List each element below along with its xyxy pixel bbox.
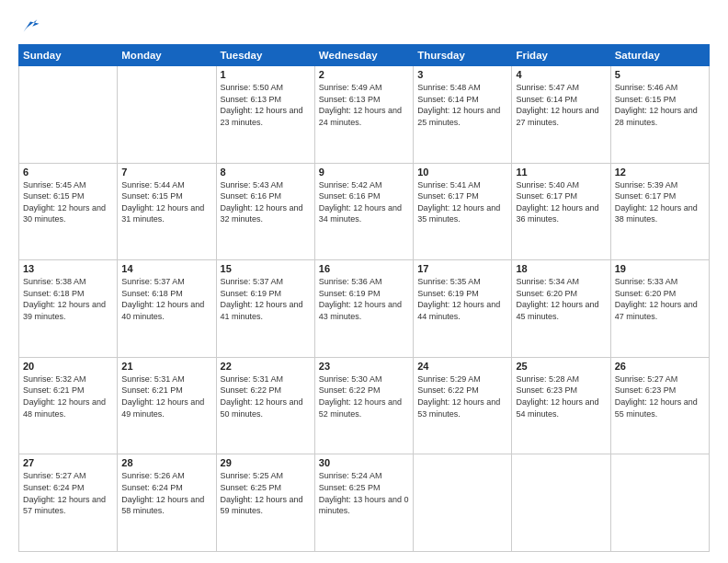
day-number: 8 — [221, 167, 311, 178]
day-info: Sunrise: 5:27 AM Sunset: 6:24 PM Dayligh… — [23, 470, 113, 516]
day-cell: 18Sunrise: 5:34 AM Sunset: 6:20 PM Dayli… — [512, 260, 610, 358]
day-number: 4 — [516, 69, 606, 80]
day-info: Sunrise: 5:49 AM Sunset: 6:13 PM Dayligh… — [319, 82, 409, 128]
day-info: Sunrise: 5:31 AM Sunset: 6:22 PM Dayligh… — [221, 373, 311, 419]
day-info: Sunrise: 5:26 AM Sunset: 6:24 PM Dayligh… — [121, 470, 211, 516]
day-number: 5 — [615, 69, 705, 80]
header — [18, 17, 710, 37]
day-info: Sunrise: 5:38 AM Sunset: 6:18 PM Dayligh… — [23, 276, 113, 322]
day-info: Sunrise: 5:28 AM Sunset: 6:23 PM Dayligh… — [516, 373, 606, 419]
week-row-4: 20Sunrise: 5:32 AM Sunset: 6:21 PM Dayli… — [19, 357, 710, 454]
day-info: Sunrise: 5:37 AM Sunset: 6:18 PM Dayligh… — [121, 276, 211, 322]
day-info: Sunrise: 5:27 AM Sunset: 6:23 PM Dayligh… — [615, 373, 705, 419]
calendar-table: SundayMondayTuesdayWednesdayThursdayFrid… — [18, 44, 710, 552]
day-cell: 16Sunrise: 5:36 AM Sunset: 6:19 PM Dayli… — [314, 260, 413, 358]
col-header-saturday: Saturday — [610, 45, 709, 66]
day-cell: 25Sunrise: 5:28 AM Sunset: 6:23 PM Dayli… — [512, 357, 610, 454]
col-header-wednesday: Wednesday — [314, 45, 413, 66]
week-row-2: 6Sunrise: 5:45 AM Sunset: 6:15 PM Daylig… — [19, 163, 710, 260]
day-info: Sunrise: 5:46 AM Sunset: 6:15 PM Dayligh… — [615, 82, 705, 128]
day-cell: 14Sunrise: 5:37 AM Sunset: 6:18 PM Dayli… — [118, 260, 216, 358]
day-number: 21 — [121, 361, 211, 372]
day-number: 24 — [417, 361, 507, 372]
day-cell: 22Sunrise: 5:31 AM Sunset: 6:22 PM Dayli… — [216, 357, 314, 454]
day-cell: 20Sunrise: 5:32 AM Sunset: 6:21 PM Dayli… — [19, 357, 118, 454]
day-number: 25 — [516, 361, 606, 372]
day-cell: 29Sunrise: 5:25 AM Sunset: 6:25 PM Dayli… — [216, 454, 314, 552]
day-cell: 1Sunrise: 5:50 AM Sunset: 6:13 PM Daylig… — [216, 66, 314, 164]
day-number: 14 — [121, 263, 211, 274]
day-number: 1 — [221, 69, 311, 80]
day-cell: 21Sunrise: 5:31 AM Sunset: 6:21 PM Dayli… — [118, 357, 216, 454]
day-cell: 17Sunrise: 5:35 AM Sunset: 6:19 PM Dayli… — [414, 260, 512, 358]
day-info: Sunrise: 5:39 AM Sunset: 6:17 PM Dayligh… — [615, 179, 705, 225]
day-cell — [610, 454, 709, 552]
day-info: Sunrise: 5:37 AM Sunset: 6:19 PM Dayligh… — [221, 276, 311, 322]
day-cell: 26Sunrise: 5:27 AM Sunset: 6:23 PM Dayli… — [610, 357, 709, 454]
day-number: 6 — [23, 167, 113, 178]
day-number: 23 — [319, 361, 409, 372]
svg-marker-0 — [24, 19, 40, 31]
day-info: Sunrise: 5:29 AM Sunset: 6:22 PM Dayligh… — [417, 373, 507, 419]
day-number: 16 — [319, 263, 409, 274]
day-cell: 12Sunrise: 5:39 AM Sunset: 6:17 PM Dayli… — [610, 163, 709, 260]
day-number: 2 — [319, 69, 409, 80]
day-number: 9 — [319, 167, 409, 178]
day-number: 10 — [417, 167, 507, 178]
day-cell: 3Sunrise: 5:48 AM Sunset: 6:14 PM Daylig… — [414, 66, 512, 164]
day-info: Sunrise: 5:35 AM Sunset: 6:19 PM Dayligh… — [417, 276, 507, 322]
day-number: 15 — [221, 263, 311, 274]
day-cell: 24Sunrise: 5:29 AM Sunset: 6:22 PM Dayli… — [414, 357, 512, 454]
day-number: 27 — [23, 457, 113, 468]
col-header-sunday: Sunday — [19, 45, 118, 66]
day-info: Sunrise: 5:36 AM Sunset: 6:19 PM Dayligh… — [319, 276, 409, 322]
day-cell — [414, 454, 512, 552]
day-cell: 5Sunrise: 5:46 AM Sunset: 6:15 PM Daylig… — [610, 66, 709, 164]
day-info: Sunrise: 5:41 AM Sunset: 6:17 PM Dayligh… — [417, 179, 507, 225]
day-cell — [19, 66, 118, 164]
logo-bird-icon — [20, 17, 40, 37]
day-number: 26 — [615, 361, 705, 372]
day-cell — [118, 66, 216, 164]
day-info: Sunrise: 5:45 AM Sunset: 6:15 PM Dayligh… — [23, 179, 113, 225]
day-info: Sunrise: 5:47 AM Sunset: 6:14 PM Dayligh… — [516, 82, 606, 128]
day-cell: 11Sunrise: 5:40 AM Sunset: 6:17 PM Dayli… — [512, 163, 610, 260]
day-info: Sunrise: 5:31 AM Sunset: 6:21 PM Dayligh… — [121, 373, 211, 419]
day-cell: 2Sunrise: 5:49 AM Sunset: 6:13 PM Daylig… — [314, 66, 413, 164]
day-info: Sunrise: 5:50 AM Sunset: 6:13 PM Dayligh… — [221, 82, 311, 128]
day-cell: 23Sunrise: 5:30 AM Sunset: 6:22 PM Dayli… — [314, 357, 413, 454]
day-cell: 27Sunrise: 5:27 AM Sunset: 6:24 PM Dayli… — [19, 454, 118, 552]
day-info: Sunrise: 5:30 AM Sunset: 6:22 PM Dayligh… — [319, 373, 409, 419]
day-info: Sunrise: 5:44 AM Sunset: 6:15 PM Dayligh… — [121, 179, 211, 225]
day-number: 18 — [516, 263, 606, 274]
day-number: 17 — [417, 263, 507, 274]
week-row-3: 13Sunrise: 5:38 AM Sunset: 6:18 PM Dayli… — [19, 260, 710, 358]
week-row-1: 1Sunrise: 5:50 AM Sunset: 6:13 PM Daylig… — [19, 66, 710, 164]
header-row: SundayMondayTuesdayWednesdayThursdayFrid… — [19, 45, 710, 66]
day-info: Sunrise: 5:42 AM Sunset: 6:16 PM Dayligh… — [319, 179, 409, 225]
day-info: Sunrise: 5:40 AM Sunset: 6:17 PM Dayligh… — [516, 179, 606, 225]
day-number: 20 — [23, 361, 113, 372]
day-info: Sunrise: 5:25 AM Sunset: 6:25 PM Dayligh… — [221, 470, 311, 516]
day-number: 19 — [615, 263, 705, 274]
day-cell: 28Sunrise: 5:26 AM Sunset: 6:24 PM Dayli… — [118, 454, 216, 552]
day-cell: 13Sunrise: 5:38 AM Sunset: 6:18 PM Dayli… — [19, 260, 118, 358]
day-cell: 8Sunrise: 5:43 AM Sunset: 6:16 PM Daylig… — [216, 163, 314, 260]
page: SundayMondayTuesdayWednesdayThursdayFrid… — [0, 0, 728, 563]
day-info: Sunrise: 5:32 AM Sunset: 6:21 PM Dayligh… — [23, 373, 113, 419]
day-info: Sunrise: 5:48 AM Sunset: 6:14 PM Dayligh… — [417, 82, 507, 128]
day-cell: 10Sunrise: 5:41 AM Sunset: 6:17 PM Dayli… — [414, 163, 512, 260]
col-header-monday: Monday — [118, 45, 216, 66]
col-header-friday: Friday — [512, 45, 610, 66]
day-info: Sunrise: 5:33 AM Sunset: 6:20 PM Dayligh… — [615, 276, 705, 322]
day-cell: 4Sunrise: 5:47 AM Sunset: 6:14 PM Daylig… — [512, 66, 610, 164]
day-cell: 9Sunrise: 5:42 AM Sunset: 6:16 PM Daylig… — [314, 163, 413, 260]
day-number: 22 — [221, 361, 311, 372]
day-cell: 30Sunrise: 5:24 AM Sunset: 6:25 PM Dayli… — [314, 454, 413, 552]
logo — [18, 17, 40, 37]
day-number: 13 — [23, 263, 113, 274]
day-cell: 6Sunrise: 5:45 AM Sunset: 6:15 PM Daylig… — [19, 163, 118, 260]
day-number: 7 — [121, 167, 211, 178]
day-number: 11 — [516, 167, 606, 178]
day-info: Sunrise: 5:34 AM Sunset: 6:20 PM Dayligh… — [516, 276, 606, 322]
